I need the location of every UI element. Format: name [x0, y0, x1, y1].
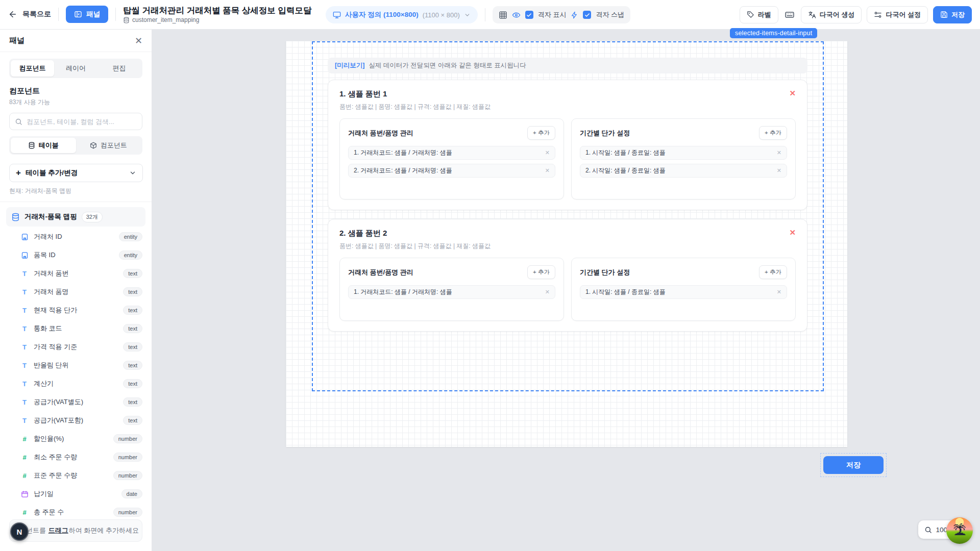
add-table-label: 테이블 추가/변경 [26, 168, 78, 178]
field-label: 최소 주문 수량 [34, 453, 77, 462]
table-count-badge: 32개 [82, 212, 103, 222]
field-type-badge: text [123, 306, 142, 315]
panel-button-label: 패널 [86, 10, 100, 19]
i18n-generate-button[interactable]: 다국어 생성 [801, 6, 862, 23]
field-row[interactable]: 품목 ID entity [0, 246, 152, 264]
add-row-button[interactable]: + 추가 [759, 265, 787, 279]
tab-components[interactable]: 컴포넌트 [11, 60, 54, 77]
remove-row-icon[interactable]: ✕ [777, 289, 781, 295]
close-icon[interactable]: ✕ [135, 36, 142, 45]
text-field-icon: T [20, 325, 29, 333]
panel-title: 패널 [9, 36, 24, 45]
field-label: 가격 적용 기준 [34, 342, 77, 352]
text-field-icon: T [20, 398, 29, 406]
add-row-button[interactable]: + 추가 [527, 265, 555, 279]
card-panels: 거래처 품번/품명 관리 + 추가 1. 거래처코드: 샘플 / 거래처명: 샘… [339, 118, 796, 199]
sub-panel-title: 거래처 품번/품명 관리 [348, 129, 413, 138]
source-tab-tables[interactable]: 테이블 [11, 138, 76, 153]
design-canvas[interactable]: [미리보기] 실제 데이터가 전달되면 아래와 같은 형태로 표시됩니다 1. … [286, 41, 847, 447]
grid-show-checkbox[interactable] [525, 11, 533, 19]
modal-save-button[interactable]: 저장 [823, 456, 884, 474]
remove-item-icon[interactable]: ✕ [789, 229, 796, 236]
search-input[interactable] [27, 118, 137, 126]
source-tab-components[interactable]: 컴포넌트 [76, 138, 141, 153]
lightning-icon[interactable] [571, 11, 578, 19]
database-icon [11, 213, 20, 221]
field-label: 거래처 ID [34, 232, 62, 241]
field-row[interactable]: T 가격 적용 기준 text [0, 338, 152, 356]
sub-panel-rows: 1. 거래처코드: 샘플 / 거래처명: 샘플 ✕ 2. 거래처코드: 샘플 /… [348, 146, 555, 178]
field-row[interactable]: T 공급가(VAT포함) text [0, 411, 152, 430]
add-row-button[interactable]: + 추가 [527, 126, 555, 140]
island-emoji-overlay: 🏝 [946, 517, 973, 544]
sample-row: 1. 거래처코드: 샘플 / 거래처명: 샘플 ✕ [348, 285, 555, 299]
field-row[interactable]: T 공급가(VAT별도) text [0, 393, 152, 411]
field-label: 거래처 품번 [34, 269, 69, 278]
sub-panel: 기간별 단가 설정 + 추가 1. 시작일: 샘플 / 종료일: 샘플 ✕ [571, 258, 796, 321]
component-search[interactable] [9, 113, 142, 130]
sub-panel-title: 기간별 단가 설정 [580, 129, 630, 138]
back-label: 목록으로 [22, 10, 51, 19]
field-row[interactable]: 거래처 ID entity [0, 228, 152, 246]
add-table-button[interactable]: + 테이블 추가/변경 [9, 164, 143, 182]
cursor-logo-badge: N [10, 522, 29, 541]
divider [485, 8, 485, 21]
field-row[interactable]: T 현재 적용 단가 text [0, 301, 152, 319]
sub-panel-rows: 1. 시작일: 샘플 / 종료일: 샘플 ✕ 2. 시작일: 샘플 / 종료일:… [580, 146, 787, 178]
divider [58, 8, 59, 21]
remove-row-icon[interactable]: ✕ [777, 149, 781, 156]
save-toolbar-button[interactable]: 저장 [933, 6, 972, 23]
source-tab-components-label: 컴포넌트 [101, 141, 127, 150]
label-button[interactable]: 라벨 [740, 6, 778, 23]
field-row[interactable]: T 반올림 단위 text [0, 356, 152, 374]
remove-row-icon[interactable]: ✕ [545, 289, 550, 295]
field-type-badge: text [123, 416, 142, 425]
field-list: 거래처 ID entity 품목 ID entity T 거래처 품번 text… [0, 228, 152, 521]
field-row[interactable]: T 통화 코드 text [0, 319, 152, 338]
field-row[interactable]: # 표준 주문 수량 number [0, 466, 152, 485]
selection-outline[interactable]: [미리보기] 실제 데이터가 전달되면 아래와 같은 형태로 표시됩니다 1. … [312, 41, 824, 391]
back-button[interactable]: 목록으로 [8, 10, 51, 19]
remove-row-icon[interactable]: ✕ [545, 149, 550, 156]
remove-row-icon[interactable]: ✕ [545, 167, 550, 174]
field-row[interactable]: T 거래처 품명 text [0, 283, 152, 301]
remove-row-icon[interactable]: ✕ [777, 167, 781, 174]
remove-item-icon[interactable]: ✕ [789, 89, 796, 97]
field-label: 통화 코드 [34, 324, 62, 333]
tab-layers[interactable]: 레이어 [54, 60, 97, 77]
viewport-select[interactable]: 사용자 정의 (1100×800) (1100 × 800) [326, 6, 478, 23]
eye-icon[interactable] [512, 11, 521, 19]
panel-toggle-button[interactable]: 패널 [66, 6, 108, 23]
sample-row: 1. 거래처코드: 샘플 / 거래처명: 샘플 ✕ [348, 146, 555, 160]
field-row[interactable]: # 최소 주문 수량 number [0, 448, 152, 466]
text-field-icon: T [20, 417, 29, 424]
components-section-header: 컴포넌트 83개 사용 가능 [0, 78, 152, 107]
sub-panel: 거래처 품번/품명 관리 + 추가 1. 거래처코드: 샘플 / 거래처명: 샘… [339, 118, 564, 199]
keyboard-icon [785, 10, 795, 20]
field-row[interactable]: 납기일 date [0, 485, 152, 503]
add-row-button[interactable]: + 추가 [759, 126, 787, 140]
sample-row-text: 1. 거래처코드: 샘플 / 거래처명: 샘플 [354, 148, 452, 157]
field-row[interactable]: # 총 주문 수 number [0, 503, 152, 521]
card-subtitle: 품번: 샘플값 | 품명: 샘플값 | 규격: 샘플값 | 재질: 샘플값 [339, 242, 796, 251]
preview-notice: [미리보기] 실제 데이터가 전달되면 아래와 같은 형태로 표시됩니다 [328, 58, 807, 73]
field-type-badge: entity [119, 232, 142, 241]
number-field-icon: # [20, 509, 29, 516]
settings-sliders-icon [874, 11, 882, 19]
sub-panel-header: 거래처 품번/품명 관리 + 추가 [348, 265, 555, 279]
chevron-down-icon [464, 12, 471, 18]
field-row[interactable]: # 할인율(%) number [0, 430, 152, 448]
grid-icon [499, 11, 507, 19]
toolbar-right: 라벨 다국어 생성 다국어 설정 저장 [740, 6, 980, 23]
field-row[interactable]: T 거래처 품번 text [0, 264, 152, 283]
grid-snap-checkbox[interactable] [583, 11, 591, 19]
field-type-badge: text [123, 324, 142, 333]
i18n-settings-button[interactable]: 다국어 설정 [867, 6, 928, 23]
field-row[interactable]: T 계산기 text [0, 374, 152, 393]
components-count: 83개 사용 가능 [9, 98, 142, 107]
table-group-header[interactable]: 거래처-품목 맵핑 32개 [6, 207, 145, 227]
database-icon [123, 17, 130, 23]
tab-edit[interactable]: 편집 [97, 60, 141, 77]
keyboard-shortcuts-button[interactable] [783, 9, 796, 21]
top-toolbar: 목록으로 패널 탑씰 거래처관리 거래처별 품목 상세정보 입력모달 custo… [0, 0, 980, 30]
